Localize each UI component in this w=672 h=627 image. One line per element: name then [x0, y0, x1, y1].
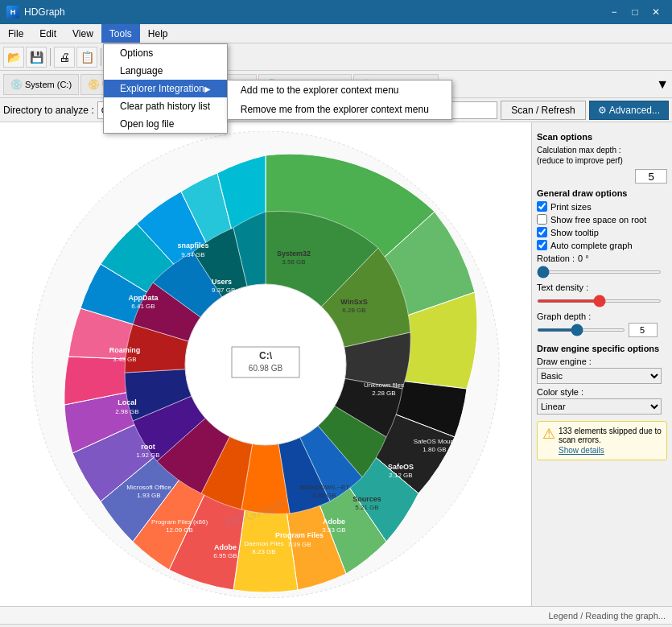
menu-tools[interactable]: Tools [101, 24, 140, 43]
svg-text:Unknown files: Unknown files [364, 382, 404, 389]
text-density-slider[interactable] [537, 299, 662, 303]
explorer-integration-menu-item[interactable]: Explorer Integration ▶ [104, 80, 227, 97]
svg-text:root: root [141, 443, 155, 451]
svg-text:5.21 GB: 5.21 GB [355, 504, 378, 511]
remove-context-menu-item[interactable]: Remove me from the explorer context menu [228, 100, 451, 119]
print-button[interactable]: 🖨 [54, 47, 75, 68]
advanced-button[interactable]: ⚙ Advanced... [589, 101, 669, 120]
menu-help[interactable]: Help [140, 24, 176, 43]
copy-button[interactable]: 📋 [76, 47, 97, 68]
menu-edit[interactable]: Edit [31, 24, 64, 43]
free-space-checkbox[interactable] [537, 214, 547, 225]
graph-depth-input[interactable] [629, 323, 658, 337]
show-details-link[interactable]: Show details [559, 446, 662, 455]
minimize-button[interactable]: − [604, 4, 624, 20]
right-panel: Scan options Calculation max depth :(red… [531, 122, 672, 606]
free-space-row: Show free space on root [537, 214, 667, 225]
menu-file[interactable]: File [0, 24, 31, 43]
svg-text:Users: Users [212, 278, 232, 286]
svg-text:1.92 GB: 1.92 GB [136, 452, 159, 459]
warning-box: ⚠ 133 elements skipped due to scan error… [537, 421, 667, 460]
dir-label: Directory to analyze : [3, 105, 94, 116]
autocomplete-label: Auto complete graph [550, 241, 633, 250]
warning-content: 133 elements skipped due to scan errors.… [559, 427, 662, 455]
autocomplete-checkbox[interactable] [537, 240, 547, 250]
toolbar-separator-1 [50, 48, 51, 66]
svg-text:3.58 GB: 3.58 GB [282, 258, 305, 266]
calc-depth-input[interactable] [635, 169, 667, 184]
close-button[interactable]: ✕ [646, 4, 666, 20]
graph-depth-slider[interactable] [537, 328, 625, 332]
svg-text:2.98 GB: 2.98 GB [115, 408, 138, 415]
color-style-row: Color style : Linear Radial Spectrum [537, 387, 667, 415]
maximize-button[interactable]: □ [625, 4, 645, 20]
toolbar: 📂 💾 🖨 📋 🔍 [0, 43, 672, 71]
drives-scroll-right[interactable]: ▼ [656, 77, 669, 92]
svg-text:Program Files: Program Files [275, 531, 324, 539]
save-button[interactable]: 💾 [26, 47, 47, 68]
svg-text:3.43 GB: 3.43 GB [113, 356, 136, 363]
print-sizes-checkbox[interactable] [537, 201, 547, 212]
svg-text:snapfiles: snapfiles [177, 241, 208, 250]
app-icon: H [6, 6, 19, 19]
rotation-slider[interactable] [537, 270, 662, 274]
svg-text:Windows: Windows [278, 313, 314, 322]
svg-text:SafeOS Mount: SafeOS Mount [414, 438, 456, 445]
rotation-label-row: Rotation : 0 ° [537, 254, 667, 263]
svg-text:2.12 GB: 2.12 GB [389, 472, 412, 479]
graph-depth-slider-row [537, 323, 667, 337]
advanced-icon: ⚙ [598, 105, 607, 116]
main-area: C:\ 60.98 GB System32 3.58 GB WinSxS 6.2… [0, 122, 672, 606]
svg-text:AppData: AppData [128, 294, 159, 302]
scan-refresh-button[interactable]: Scan / Refresh [501, 101, 585, 120]
menu-view[interactable]: View [64, 24, 101, 43]
svg-text:Local: Local [117, 398, 137, 406]
svg-text:6.95 GB: 6.95 GB [213, 552, 237, 559]
svg-text:Program Files (x86): Program Files (x86) [151, 518, 208, 526]
submenu-arrow: ▶ [204, 85, 211, 93]
drive-c-icon: 💿 [10, 79, 23, 90]
svg-text:6.41 GB: 6.41 GB [131, 303, 155, 310]
warning-text: 133 elements skipped due to scan errors. [559, 427, 662, 444]
text-density-label: Text density : [537, 283, 588, 292]
svg-text:8.23 GB: 8.23 GB [252, 548, 275, 555]
text-density-label-row: Text density : [537, 283, 667, 292]
draw-engine-row: Draw engine : Basic Advanced [537, 357, 667, 384]
svg-text:$WINDOWS.~BT: $WINDOWS.~BT [299, 484, 349, 491]
add-context-menu-item[interactable]: Add me to the explorer context menu [228, 80, 451, 100]
warning-icon: ⚠ [542, 427, 555, 441]
titlebar: H HDGraph − □ ✕ [0, 0, 672, 24]
draw-options-title: General draw options [537, 188, 667, 198]
svg-text:Sources: Sources [352, 495, 381, 503]
chart-canvas[interactable]: C:\ 60.98 GB System32 3.58 GB WinSxS 6.2… [0, 122, 531, 606]
free-space-label: Show free space on root [550, 215, 646, 225]
rotation-value: 0 ° [578, 254, 589, 263]
open-button[interactable]: 📂 [3, 47, 24, 68]
drive-c[interactable]: 💿 System (C:) [3, 74, 79, 95]
drive-e-icon: 📀 [88, 79, 100, 90]
rotation-container: Rotation : 0 ° [537, 254, 667, 276]
window-controls: − □ ✕ [604, 4, 666, 20]
svg-text:9.37 GB: 9.37 GB [212, 287, 235, 294]
autocomplete-row: Auto complete graph [537, 240, 667, 250]
color-style-label: Color style : [537, 387, 667, 397]
tooltip-checkbox[interactable] [537, 227, 547, 237]
legend-bar: Legend / Reading the graph... [0, 606, 672, 624]
svg-text:12.09 GB: 12.09 GB [166, 526, 193, 534]
svg-text:Daemon Files: Daemon Files [244, 540, 283, 547]
color-style-select[interactable]: Linear Radial Spectrum [537, 398, 662, 415]
language-menu-item[interactable]: Language [104, 62, 227, 80]
svg-text:7.39 GB: 7.39 GB [287, 541, 311, 548]
calc-depth-label: Calculation max depth :(reduce to improv… [537, 145, 667, 166]
svg-text:16.43 GB: 16.43 GB [281, 324, 311, 332]
donut-svg: C:\ 60.98 GB System32 3.58 GB WinSxS 6.2… [8, 131, 523, 598]
open-log-menu-item[interactable]: Open log file [104, 115, 227, 133]
tooltip-row: Show tooltip [537, 227, 667, 237]
tooltip-label: Show tooltip [550, 228, 599, 237]
clear-history-menu-item[interactable]: Clear path history list [104, 97, 227, 115]
options-menu-item[interactable]: Options [104, 44, 227, 62]
svg-text:Roaming: Roaming [109, 346, 141, 354]
text-density-container: Text density : [537, 283, 667, 305]
draw-engine-select[interactable]: Basic Advanced [537, 368, 662, 384]
svg-text:SafeOS: SafeOS [388, 463, 414, 471]
